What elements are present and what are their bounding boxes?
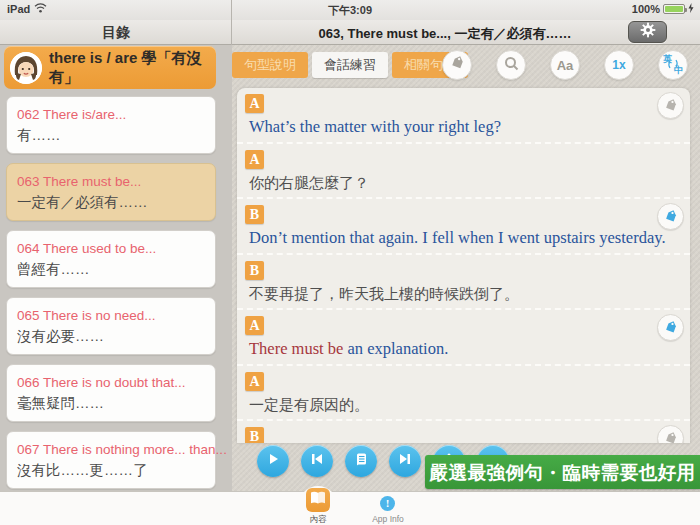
conversation-row[interactable]: A 你的右腿怎麼了？ [237,144,690,200]
conversation-row[interactable]: A There must be an explanation. [237,310,690,366]
conversation-row[interactable]: B Don’t mention that again. I fell when … [237,199,690,255]
sentence-rest: an explanation. [343,339,448,358]
transcript-icon [354,452,368,470]
lesson-title: 065 There is no need... [17,306,205,326]
unit-label: there is / are 學「有沒有」 [49,49,216,87]
search-icon [504,56,519,75]
search-button[interactable] [496,50,526,80]
play-button[interactable] [257,445,289,477]
battery-percent: 100% [632,3,660,15]
content-tab[interactable] [306,488,330,512]
book-icon [310,491,326,509]
avatar [10,52,42,84]
tag-icon [450,56,465,75]
sentence-english: What’s the matter with your right leg? [249,117,501,137]
playback-speed-button[interactable]: 1x [604,50,634,80]
battery-icon [663,4,685,14]
sentence-english: Don’t mention that again. I fell when I … [249,228,666,248]
lesson-subtitle: 毫無疑問…… [17,393,205,414]
speaker-badge: B [245,205,264,224]
section-tabs: 句型說明 會話練習 相關句型 [232,52,468,78]
promo-banner: 嚴選最強例句・臨時需要也好用 [425,455,700,489]
conversation-row[interactable]: B 不要再提了，昨天我上樓的時候跌倒了。 [237,255,690,311]
lesson-item-062[interactable]: 062 There is/are... 有…… [6,96,216,154]
font-size-icon: Aa [557,58,574,73]
status-bar: iPad 下午3:09 100% [0,0,700,20]
lesson-subtitle: 有…… [17,125,205,146]
promo-text: 嚴選最強例句・臨時需要也好用 [430,460,696,485]
lesson-title: 064 There used to be... [17,239,205,259]
tag-sentence-button[interactable] [657,92,684,119]
sentence-chinese: 一定是有原因的。 [249,396,369,415]
battery-group: 100% [632,3,694,15]
speaker-badge: B [245,261,264,280]
transcript-button[interactable] [345,445,377,477]
app-info-tab-label[interactable]: App Info [366,514,410,524]
tag-sentence-button-active[interactable] [657,314,684,341]
content-tab-label[interactable]: 內容 [299,514,337,525]
speaker-badge: A [245,372,264,391]
lesson-sidebar[interactable]: there is / are 學「有沒有」 062 There is/are..… [0,45,232,491]
speaker-badge: A [245,316,264,335]
skip-forward-icon [398,452,412,470]
lesson-item-065[interactable]: 065 There is no need... 沒有必要…… [6,297,216,355]
tag-filter-button[interactable] [442,50,472,80]
conversation-row[interactable]: A What’s the matter with your right leg? [237,88,690,144]
app-info-tab[interactable]: ! [380,496,395,511]
page-title: 063, There must be..., 一定有／必須有…… [260,25,630,43]
settings-button[interactable] [628,21,667,43]
sidebar-title: 目錄 [0,24,232,42]
translate-from-label: 英 [663,53,672,66]
lesson-subtitle: 曾經有…… [17,259,205,280]
lesson-subtitle: 一定有／必須有…… [17,192,205,213]
app-screen: iPad 下午3:09 100% 目錄 063, There must be..… [0,0,700,525]
speaker-badge: B [245,427,264,443]
charging-bolt-icon [688,3,694,15]
toolbar: Aa 1x 英 中 [442,50,688,80]
tab-pattern-explanation[interactable]: 句型說明 [232,52,308,78]
lesson-subtitle: 沒有比……更……了 [17,460,205,481]
skip-back-icon [310,452,324,470]
next-button[interactable] [389,445,421,477]
speed-icon: 1x [612,58,625,72]
gear-icon [640,22,656,42]
conversation-row[interactable]: B [237,421,690,443]
lesson-item-063[interactable]: 063 There must be... 一定有／必須有…… [6,163,216,221]
nav-bar: 目錄 063, There must be..., 一定有／必須有…… [0,20,700,45]
tag-sentence-button[interactable] [657,425,684,443]
previous-button[interactable] [301,445,333,477]
lesson-item-064[interactable]: 064 There used to be... 曾經有…… [6,230,216,288]
tag-sentence-button-active[interactable] [657,203,684,230]
lesson-title: 062 There is/are... [17,105,205,125]
conversation-row[interactable]: A 一定是有原因的。 [237,366,690,422]
font-size-button[interactable]: Aa [550,50,580,80]
translate-to-label: 中 [674,64,683,77]
sentence-english: There must be an explanation. [249,339,448,359]
lesson-title: 063 There must be... [17,172,205,192]
pane-divider [231,0,232,45]
speaker-badge: A [245,150,264,169]
lesson-subtitle: 沒有必要…… [17,326,205,347]
lesson-item-067[interactable]: 067 There is nothing more... than... 沒有比… [6,431,216,489]
play-icon [266,452,280,470]
pattern-highlight: There must be [249,339,343,358]
bottom-tab-bar: 內容 ! App Info [0,491,700,525]
speaker-badge: A [245,94,264,113]
translate-toggle-button[interactable]: 英 中 [658,50,688,80]
tab-conversation-practice[interactable]: 會話練習 [312,52,388,78]
info-exclamation-icon: ! [386,497,390,509]
current-unit-header[interactable]: there is / are 學「有沒有」 [4,46,216,89]
conversation-panel[interactable]: A What’s the matter with your right leg?… [237,88,690,443]
sentence-chinese: 不要再提了，昨天我上樓的時候跌倒了。 [249,285,519,304]
sentence-chinese: 你的右腿怎麼了？ [249,174,369,193]
lesson-title: 066 There is no doubt that... [17,373,205,393]
clock: 下午3:09 [0,3,700,18]
lesson-title: 067 There is nothing more... than... [17,440,205,460]
lesson-item-066[interactable]: 066 There is no doubt that... 毫無疑問…… [6,364,216,422]
